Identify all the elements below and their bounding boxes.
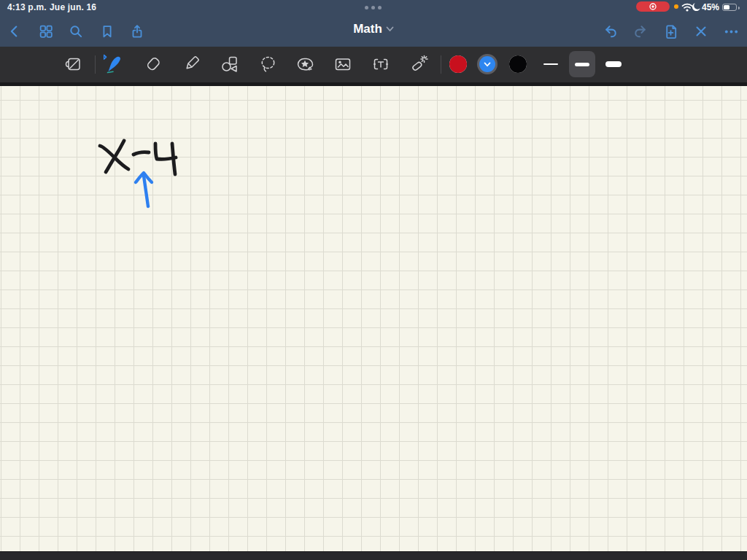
pen-icon [101, 52, 125, 77]
goodnotes-app-window: 4:13 p.m. Jue jun. 16 45% [0, 0, 747, 560]
text-icon [370, 53, 392, 75]
redo-button[interactable] [630, 22, 649, 41]
presentation-icon [62, 53, 84, 75]
close-icon [693, 23, 709, 39]
shapes-tool-button[interactable] [217, 51, 243, 77]
thumbnails-button[interactable] [36, 22, 55, 41]
color-swatch-blue-selected[interactable] [477, 54, 498, 74]
color-swatch-red[interactable] [449, 55, 467, 73]
highlighter-icon [180, 53, 202, 75]
stroke-width-medium-button-selected[interactable] [569, 51, 595, 77]
chevron-left-icon [7, 23, 23, 39]
medium-line-icon [575, 63, 589, 66]
stroke-width-thin-button[interactable] [538, 51, 564, 77]
search-button[interactable] [66, 22, 85, 41]
share-button[interactable] [128, 22, 147, 41]
highlighter-tool-button[interactable] [178, 51, 204, 77]
screen-recording-indicator[interactable] [636, 1, 670, 12]
document-title-label[interactable]: Math [353, 22, 382, 36]
add-page-button[interactable] [661, 22, 680, 41]
color-swatch-black[interactable] [509, 55, 527, 73]
image-icon [332, 53, 354, 75]
bookmark-button[interactable] [98, 22, 117, 41]
eraser-icon [142, 53, 164, 75]
chevron-down-icon [484, 62, 491, 67]
text-tool-button[interactable] [368, 51, 394, 77]
record-icon [649, 2, 657, 11]
bookmark-icon [99, 23, 115, 39]
chevron-down-icon [386, 26, 394, 32]
drawing-toolbar [0, 47, 747, 82]
more-options-button[interactable] [721, 22, 740, 41]
lasso-tool-button[interactable] [255, 51, 281, 77]
undo-icon [603, 23, 619, 40]
toolbar-separator [441, 55, 441, 74]
search-icon [68, 23, 84, 39]
shapes-icon [219, 53, 241, 75]
close-document-button[interactable] [692, 22, 711, 41]
ellipsis-icon [723, 23, 740, 40]
multitask-handle-icon[interactable] [365, 6, 382, 9]
focus-moon-icon [692, 2, 701, 12]
notebook-page-canvas[interactable] [0, 86, 747, 551]
toolbar-separator [95, 55, 96, 74]
battery-percent: 45% [702, 2, 719, 12]
status-date: Jue jun. 16 [50, 2, 96, 12]
status-clock: 4:13 p.m. [7, 2, 47, 12]
thick-line-icon [605, 61, 622, 67]
undo-button[interactable] [601, 22, 620, 41]
redo-icon [632, 23, 649, 40]
microphone-in-use-icon [674, 4, 678, 9]
back-button[interactable] [5, 22, 24, 41]
stickers-tool-button[interactable] [292, 51, 318, 77]
share-icon [129, 23, 145, 39]
lasso-icon [257, 53, 279, 75]
eraser-tool-button[interactable] [140, 51, 166, 77]
sticker-star-icon [294, 53, 316, 75]
grid-icon [38, 23, 54, 39]
add-page-icon [662, 23, 679, 40]
pen-tool-button[interactable] [100, 51, 126, 77]
top-navigation-bar: 4:13 p.m. Jue jun. 16 45% [0, 0, 747, 47]
stroke-width-thick-button[interactable] [600, 51, 627, 77]
presentation-mode-button[interactable] [60, 51, 86, 77]
thin-line-icon [543, 63, 558, 65]
battery-icon [722, 4, 737, 11]
bottom-edge-bar [0, 551, 747, 560]
laser-pointer-icon [409, 53, 430, 75]
laser-pointer-tool-button[interactable] [406, 51, 433, 77]
image-tool-button[interactable] [330, 51, 356, 77]
